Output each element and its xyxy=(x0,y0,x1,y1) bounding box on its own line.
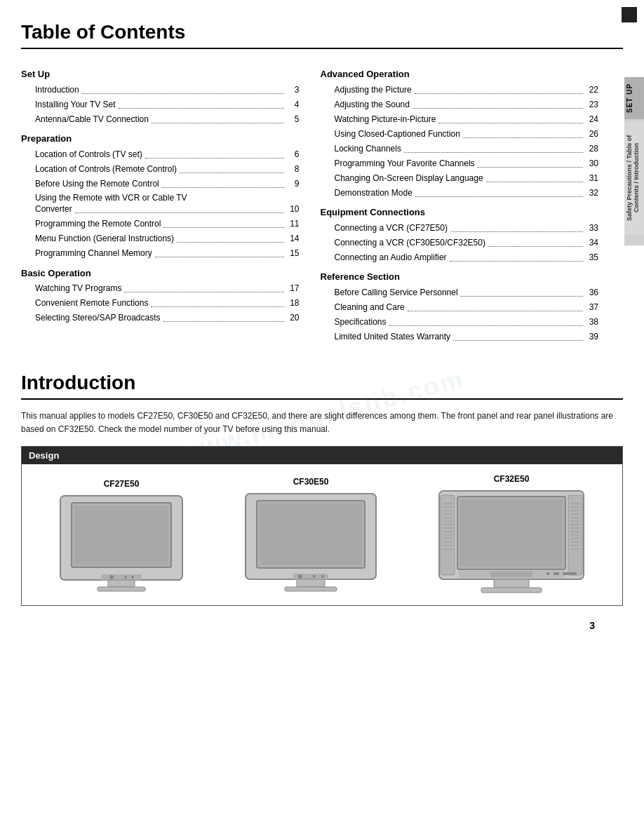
design-header: Design xyxy=(22,447,622,464)
design-table: Design CF27E50 xyxy=(21,446,623,606)
toc-item-prog-fav: Programming Your Favorite Channels 30 xyxy=(321,156,599,170)
svg-rect-4 xyxy=(101,574,142,580)
toc-item-loc-tv: Location of Controls (TV set) 6 xyxy=(21,147,300,161)
tv-model-label-cf27: CF27E50 xyxy=(104,479,140,489)
toc-item-label: Adjusting the Sound xyxy=(335,98,410,111)
side-tab: SET UP Safety Precautions / Table of Con… xyxy=(624,77,644,245)
toc-dots xyxy=(82,83,284,94)
toc-item-stereo-sap: Selecting Stereo/SAP Broadcasts 20 xyxy=(21,311,300,325)
toc-item-menu-func: Menu Function (General Instructions) 14 xyxy=(21,231,300,246)
toc-item-label: Watching Picture-in-Picture xyxy=(335,113,436,126)
toc-item-antenna: Antenna/Cable TV Connection 5 xyxy=(21,112,300,126)
page-number: 3 xyxy=(21,620,623,631)
toc-item-convenient: Convenient Remote Functions 18 xyxy=(21,296,300,311)
toc-item-label: Programming Your Favorite Channels xyxy=(335,157,475,170)
toc-dots xyxy=(478,157,583,168)
toc-dots xyxy=(415,187,583,197)
toc-page-num: 3 xyxy=(287,83,300,96)
toc-item-pip: Watching Picture-in-Picture 24 xyxy=(321,112,599,126)
toc-page-num: 37 xyxy=(586,301,598,313)
toc-item-label: Limited United States Warranty xyxy=(335,330,451,343)
toc-dots xyxy=(119,98,284,109)
toc-page-num: 32 xyxy=(586,187,598,199)
toc-page-num: 8 xyxy=(287,163,300,175)
toc-dots xyxy=(124,282,283,292)
svg-rect-18 xyxy=(285,587,337,591)
toc-item-loc-remote: Location of Controls (Remote Control) 8 xyxy=(21,161,300,176)
toc-left-col: Set Up Introduction 3 Installing Your TV… xyxy=(21,62,300,344)
toc-dots xyxy=(415,83,583,94)
toc-dots xyxy=(453,330,583,341)
toc-page-num: 22 xyxy=(586,83,598,96)
toc-page-num: 26 xyxy=(586,128,598,140)
toc-dots xyxy=(463,128,583,138)
toc-item-watching-tv: Watching TV Programs 17 xyxy=(21,281,300,296)
toc-item-vcr-cable-text: Using the Remote with VCR or Cable TV Co… xyxy=(35,192,300,216)
toc-item-locking: Locking Channels 28 xyxy=(321,141,599,156)
toc-page-num: 10 xyxy=(287,203,300,215)
svg-rect-12 xyxy=(260,504,362,565)
svg-point-14 xyxy=(298,574,302,579)
tv-model-label-cf30: CF30E50 xyxy=(293,477,329,487)
toc-page-num: 31 xyxy=(586,172,598,184)
toc-item-label: Demonstration Mode xyxy=(335,187,412,199)
svg-rect-2 xyxy=(74,506,168,565)
toc-title: Table of Contents xyxy=(21,21,623,49)
toc-item-adj-picture: Adjusting the Picture 22 xyxy=(321,82,599,97)
toc-dots xyxy=(145,148,284,158)
toc-item-vcr-cf30: Connecting a VCR (CF30E50/CF32E50) 34 xyxy=(321,235,599,250)
toc-page-num: 30 xyxy=(586,157,598,170)
toc-page-num: 9 xyxy=(287,177,300,190)
toc-container: Set Up Introduction 3 Installing Your TV… xyxy=(21,62,623,344)
svg-rect-54 xyxy=(546,572,549,575)
toc-item-label: Installing Your TV Set xyxy=(35,98,116,111)
intro-body-text: This manual applies to models CF27E50, C… xyxy=(21,410,623,436)
toc-page-num: 5 xyxy=(287,113,300,126)
toc-dots xyxy=(177,232,283,243)
tv-model-cf27: CF27E50 xyxy=(59,479,184,598)
toc-dots xyxy=(180,163,283,173)
toc-page-num: 14 xyxy=(287,232,300,245)
toc-header-equipment: Equipment Connections xyxy=(321,207,599,217)
page-container: SET UP Safety Precautions / Table of Con… xyxy=(0,0,644,831)
toc-page-num: 11 xyxy=(287,217,300,230)
toc-page-num: 17 xyxy=(287,282,300,295)
svg-rect-53 xyxy=(490,572,532,577)
toc-page-num: 15 xyxy=(287,247,300,259)
toc-dots xyxy=(450,251,583,262)
tv-model-cf32: CF32E50 xyxy=(438,474,585,598)
svg-point-5 xyxy=(109,575,114,579)
toc-header-basic: Basic Operation xyxy=(21,268,300,278)
toc-item-closed-cap: Using Closed-Captioned Function 26 xyxy=(321,126,599,141)
toc-item-label: Introduction xyxy=(35,83,79,96)
toc-dots xyxy=(488,236,583,247)
svg-rect-57 xyxy=(494,579,529,588)
svg-point-15 xyxy=(313,575,316,578)
toc-dots xyxy=(155,247,284,257)
toc-dots xyxy=(408,301,583,311)
svg-rect-17 xyxy=(297,579,325,587)
svg-point-16 xyxy=(321,575,324,578)
toc-item-vcr-cable-line2: Converter 10 xyxy=(35,203,300,215)
tv-model-cf30: CF30E50 xyxy=(244,477,377,598)
svg-rect-58 xyxy=(481,588,542,593)
toc-dots xyxy=(450,222,583,232)
svg-point-7 xyxy=(131,576,134,579)
svg-rect-51 xyxy=(460,499,563,567)
toc-dots xyxy=(163,217,283,228)
toc-item-label: Selecting Stereo/SAP Broadcasts xyxy=(35,311,161,324)
design-body: CF27E50 xyxy=(22,464,622,605)
toc-item-label: Location of Controls (TV set) xyxy=(35,148,142,161)
toc-dots xyxy=(389,316,583,326)
toc-item-introduction: Introduction 3 xyxy=(21,82,300,97)
toc-item-osd-lang: Changing On-Screen Display Language 31 xyxy=(321,170,599,185)
toc-item-label: Programming the Remote Control xyxy=(35,217,161,230)
toc-item-vcr-cf27: Connecting a VCR (CF27E50) 33 xyxy=(321,220,599,235)
toc-item-label: Antenna/Cable TV Connection xyxy=(35,113,149,126)
toc-item-label: Adjusting the Picture xyxy=(335,83,412,96)
toc-item-installing: Installing Your TV Set 4 xyxy=(21,97,300,112)
toc-item-label: Specifications xyxy=(335,316,387,328)
toc-item-label: Connecting an Audio Amplifier xyxy=(335,251,447,264)
introduction-section: Introduction This manual applies to mode… xyxy=(21,372,623,606)
toc-item-label: Before Calling Service Personnel xyxy=(335,286,458,299)
